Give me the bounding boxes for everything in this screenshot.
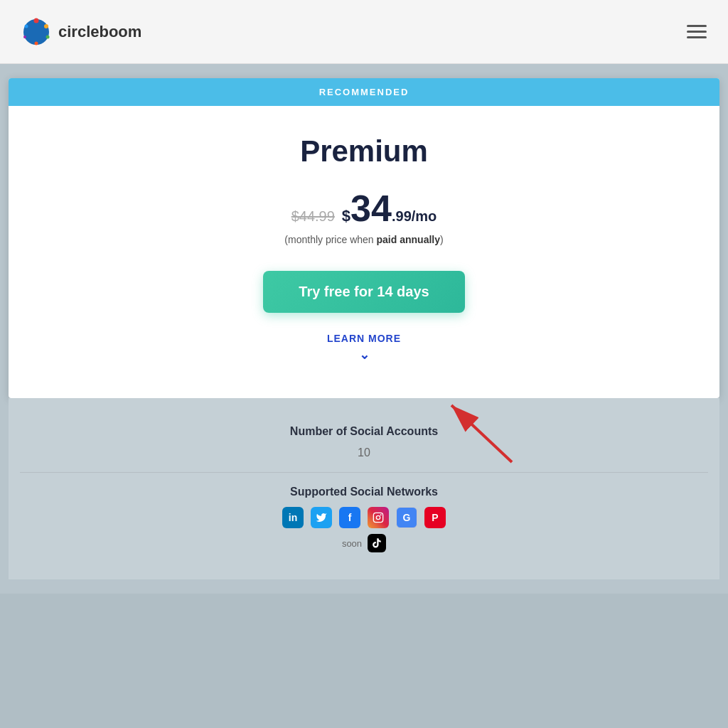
original-price: $44.99 (291, 208, 335, 225)
billing-note-suffix: ) (440, 234, 444, 245)
card-body: Premium $44.99 $ 34 .99/mo (monthly pric… (9, 106, 719, 398)
logo-area: circleboom (21, 17, 141, 47)
google-icon: G (396, 507, 417, 528)
logo-text: circleboom (58, 23, 141, 41)
svg-point-1 (34, 18, 39, 23)
pricing-card: RECOMMENDED Premium $44.99 $ 34 .99/mo (… (9, 78, 719, 398)
hamburger-line-2 (687, 31, 707, 33)
main-content: RECOMMENDED Premium $44.99 $ 34 .99/mo (… (0, 64, 728, 594)
logo-icon (21, 17, 51, 47)
svg-point-6 (35, 41, 38, 45)
twitter-icon (311, 507, 332, 528)
features-section: Number of Social Accounts 10 Supported S… (9, 398, 719, 579)
learn-more-link[interactable]: LEARN MORE (30, 333, 698, 344)
feature-social-networks: Supported Social Networks in f G P soon (20, 473, 708, 565)
feature-social-accounts: Number of Social Accounts 10 (20, 412, 708, 472)
current-price: $ 34 .99/mo (342, 190, 437, 227)
svg-point-9 (380, 514, 382, 515)
svg-rect-7 (373, 513, 382, 522)
price-dollar-sign: $ (342, 207, 350, 225)
svg-point-2 (44, 24, 48, 28)
pricing-row: $44.99 $ 34 .99/mo (30, 190, 698, 227)
learn-more-area: LEARN MORE ⌄ (30, 333, 698, 363)
billing-note-prefix: (monthly price when (284, 234, 376, 245)
price-main: 34 (350, 190, 392, 227)
billing-note-bold: paid annually (377, 234, 440, 245)
price-decimal: .99/mo (392, 208, 437, 225)
feature-title-accounts: Number of Social Accounts (31, 425, 697, 438)
billing-note: (monthly price when paid annually) (30, 234, 698, 245)
hamburger-menu[interactable] (687, 25, 707, 38)
linkedin-icon: in (282, 507, 304, 528)
svg-point-4 (25, 24, 28, 28)
soon-row: soon (31, 534, 697, 552)
recommended-banner: RECOMMENDED (9, 78, 719, 106)
hamburger-line-3 (687, 36, 707, 38)
header: circleboom (0, 0, 728, 64)
pinterest-icon: P (424, 507, 446, 528)
svg-point-8 (376, 515, 380, 519)
svg-point-5 (23, 36, 26, 38)
chevron-down-icon[interactable]: ⌄ (30, 347, 698, 363)
plan-name: Premium (30, 134, 698, 168)
instagram-icon (368, 507, 389, 528)
feature-title-networks: Supported Social Networks (31, 486, 697, 498)
soon-label: soon (342, 538, 362, 549)
hamburger-line-1 (687, 25, 707, 27)
feature-value-accounts: 10 (31, 446, 697, 459)
tiktok-icon (368, 534, 386, 552)
svg-point-3 (46, 35, 50, 38)
social-icons-row: in f G P (31, 507, 697, 528)
try-free-button[interactable]: Try free for 14 days (263, 271, 464, 313)
facebook-icon: f (339, 507, 360, 528)
